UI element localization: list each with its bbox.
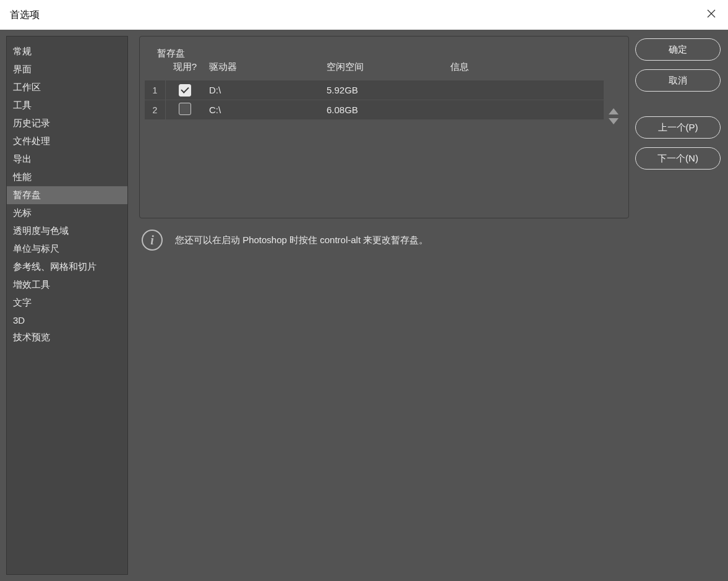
sidebar-item[interactable]: 文件处理 — [7, 132, 127, 150]
next-button[interactable]: 下一个(N) — [635, 147, 721, 170]
sidebar-item[interactable]: 参考线、网格和切片 — [7, 258, 127, 276]
action-buttons: 确定 取消 上一个(P) 下一个(N) — [635, 30, 728, 581]
row-free-space: 5.92GB — [322, 85, 445, 95]
preferences-window: 首选项 常规界面工作区工具历史记录文件处理导出性能暂存盘光标透明度与色域单位与标… — [0, 0, 728, 581]
info-icon: i — [142, 230, 163, 251]
sidebar-item[interactable]: 暂存盘 — [7, 186, 127, 204]
spacer — [635, 100, 721, 108]
move-up-icon[interactable] — [609, 108, 619, 114]
disk-table-header: # 现用? 驱动器 空闲空间 信息 — [145, 59, 604, 80]
category-sidebar: 常规界面工作区工具历史记录文件处理导出性能暂存盘光标透明度与色域单位与标尺参考线… — [6, 36, 128, 575]
col-free-header: 空闲空间 — [322, 59, 445, 75]
hint-row: i 您还可以在启动 Photoshop 时按住 control-alt 来更改暂… — [139, 230, 629, 251]
sidebar-item[interactable]: 文字 — [7, 294, 127, 312]
window-title: 首选项 — [10, 9, 40, 22]
table-row[interactable]: 1D:\5.92GB — [145, 80, 604, 100]
sidebar-item[interactable]: 透明度与色域 — [7, 222, 127, 240]
sidebar-item[interactable]: 增效工具 — [7, 276, 127, 294]
sidebar-item[interactable]: 工作区 — [7, 79, 127, 97]
col-info-header: 信息 — [445, 59, 604, 75]
active-checkbox[interactable] — [179, 103, 191, 115]
sidebar-item[interactable]: 单位与标尺 — [7, 240, 127, 258]
row-index: 1 — [145, 80, 166, 100]
title-bar: 首选项 — [0, 0, 728, 30]
active-checkbox[interactable] — [179, 84, 191, 97]
col-active-header: 现用? — [166, 59, 204, 75]
close-icon[interactable] — [704, 7, 718, 23]
ok-button[interactable]: 确定 — [635, 38, 721, 61]
table-row[interactable]: 2C:\6.08GB — [145, 100, 604, 120]
col-drive-header: 驱动器 — [204, 59, 322, 75]
sidebar-item[interactable]: 技术预览 — [7, 329, 127, 346]
hint-text: 您还可以在启动 Photoshop 时按住 control-alt 来更改暂存盘… — [175, 235, 428, 246]
disk-table-body: 1D:\5.92GB2C:\6.08GB — [145, 80, 604, 120]
sidebar-item[interactable]: 光标 — [7, 204, 127, 222]
move-down-icon[interactable] — [609, 118, 619, 124]
sidebar-item[interactable]: 常规 — [7, 43, 127, 61]
sidebar-item[interactable]: 性能 — [7, 168, 127, 186]
row-free-space: 6.08GB — [322, 105, 445, 115]
row-active-cell — [166, 84, 204, 97]
reorder-arrows — [604, 59, 623, 124]
row-drive: D:\ — [204, 85, 322, 95]
sidebar-item[interactable]: 历史记录 — [7, 114, 127, 132]
content-pane: 暂存盘 # 现用? 驱动器 空闲空间 信息 1D:\5.92GB2C:\6.08… — [128, 30, 635, 581]
dialog-body: 常规界面工作区工具历史记录文件处理导出性能暂存盘光标透明度与色域单位与标尺参考线… — [0, 30, 728, 581]
cancel-button[interactable]: 取消 — [635, 69, 721, 92]
sidebar-item[interactable]: 导出 — [7, 150, 127, 168]
prev-button[interactable]: 上一个(P) — [635, 116, 721, 139]
scratch-disks-fieldset: 暂存盘 # 现用? 驱动器 空闲空间 信息 1D:\5.92GB2C:\6.08… — [139, 36, 629, 218]
sidebar-item[interactable]: 3D — [7, 312, 127, 329]
row-drive: C:\ — [204, 105, 322, 115]
row-index: 2 — [145, 100, 166, 119]
fieldset-legend: 暂存盘 — [152, 48, 190, 59]
disk-table: # 现用? 驱动器 空闲空间 信息 1D:\5.92GB2C:\6.08GB — [145, 59, 604, 124]
sidebar-item[interactable]: 工具 — [7, 97, 127, 114]
sidebar-item[interactable]: 界面 — [7, 61, 127, 79]
disk-table-wrap: # 现用? 驱动器 空闲空间 信息 1D:\5.92GB2C:\6.08GB — [145, 59, 623, 124]
row-active-cell — [166, 103, 204, 117]
